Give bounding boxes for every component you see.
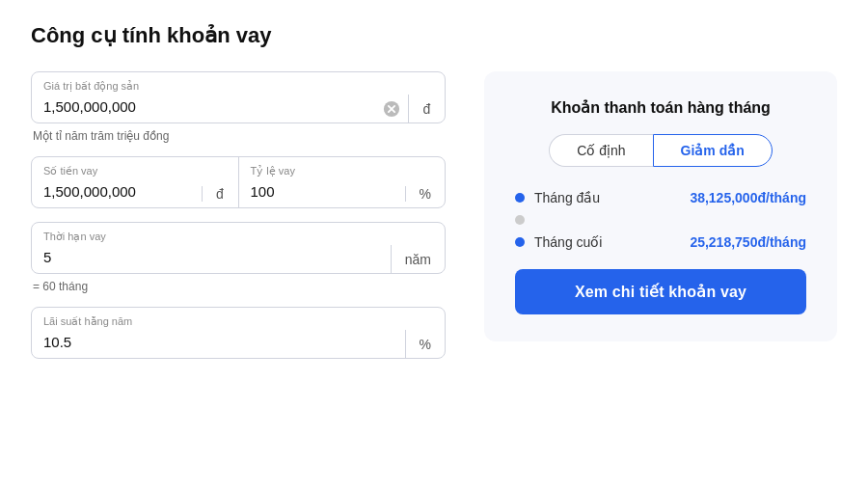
property-value-input[interactable]: [32, 95, 375, 122]
property-value-group: Giá trị bất động sản đ: [31, 71, 446, 123]
loan-term-label: Thời hạn vay: [32, 223, 445, 245]
loan-ratio-row: %: [239, 179, 446, 207]
interest-rate-input[interactable]: [32, 330, 405, 358]
payment-item-last: Tháng cuối 25,218,750đ/tháng: [515, 234, 806, 250]
loan-amount-row: đ: [32, 179, 238, 207]
right-panel-title: Khoản thanh toán hàng tháng: [515, 98, 806, 117]
property-value-suffix: đ: [408, 95, 445, 122]
dot-first: [515, 193, 525, 203]
payment-rows: Tháng đầu 38,125,000đ/tháng Tháng cuối 2…: [515, 190, 806, 250]
right-panel: Khoản thanh toán hàng tháng Cố định Giảm…: [484, 71, 837, 341]
toggle-decreasing-button[interactable]: Giảm dần: [653, 134, 773, 167]
clear-property-button[interactable]: [375, 100, 408, 118]
loan-amount-half: Số tiền vay đ: [32, 157, 239, 207]
left-panel: Giá trị bất động sản đ Một tỉ năm trăm t…: [31, 71, 446, 365]
dot-last: [515, 237, 525, 247]
property-value-row: đ: [32, 95, 445, 122]
toggle-row: Cố định Giảm dần: [515, 134, 806, 167]
cta-button[interactable]: Xem chi tiết khoản vay: [515, 269, 806, 314]
interest-rate-label: Lãi suất hằng năm: [32, 308, 445, 330]
payment-item-middle: [515, 215, 806, 225]
loan-ratio-label: Tỷ lệ vay: [239, 157, 446, 179]
loan-term-hint: = 60 tháng: [31, 280, 446, 293]
payment-value-last: 25,218,750đ/tháng: [690, 234, 806, 250]
interest-rate-group: Lãi suất hằng năm %: [31, 307, 446, 359]
loan-term-group: Thời hạn vay năm: [31, 222, 446, 274]
loan-term-input[interactable]: [32, 245, 391, 273]
loan-term-suffix: năm: [391, 245, 445, 273]
payment-label-last: Tháng cuối: [534, 234, 621, 250]
loan-amount-suffix: đ: [202, 186, 238, 202]
dot-middle: [515, 215, 525, 225]
interest-rate-row: %: [32, 330, 445, 358]
main-layout: Giá trị bất động sản đ Một tỉ năm trăm t…: [31, 71, 837, 365]
loan-ratio-half: Tỷ lệ vay %: [239, 157, 446, 207]
close-icon: [383, 100, 400, 118]
property-value-label: Giá trị bất động sản: [32, 72, 445, 95]
loan-amount-label: Số tiền vay: [32, 157, 238, 179]
loan-amount-input[interactable]: [32, 179, 202, 207]
loan-double-group: Số tiền vay đ Tỷ lệ vay %: [31, 156, 446, 208]
page-title: Công cụ tính khoản vay: [31, 23, 837, 48]
payment-label-first: Tháng đầu: [534, 190, 621, 205]
toggle-fixed-button[interactable]: Cố định: [549, 134, 652, 167]
interest-rate-suffix: %: [405, 330, 445, 358]
loan-ratio-suffix: %: [405, 186, 445, 202]
property-value-hint: Một tỉ năm trăm triệu đồng: [31, 129, 446, 143]
payment-item-first: Tháng đầu 38,125,000đ/tháng: [515, 190, 806, 205]
loan-ratio-input[interactable]: [239, 179, 405, 207]
loan-term-row: năm: [32, 245, 445, 273]
payment-value-first: 38,125,000đ/tháng: [690, 190, 806, 205]
